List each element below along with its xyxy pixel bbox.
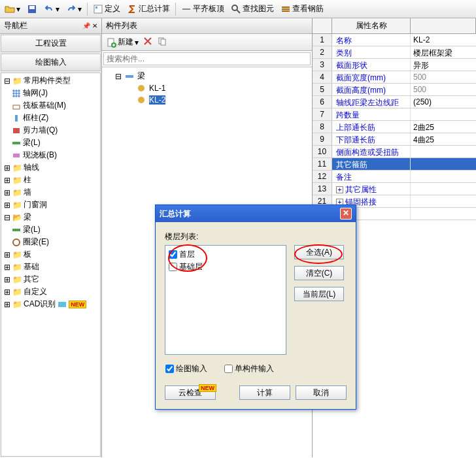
prop-row-val[interactable] — [411, 108, 476, 120]
align-board-button[interactable]: 平齐板顶 — [178, 2, 227, 16]
prop-row-val[interactable]: 500 — [411, 71, 476, 83]
prop-row-num: 7 — [313, 108, 332, 120]
comp-item-kl1[interactable]: KL-1 — [105, 82, 309, 94]
tree-node-axis[interactable]: 轴网(J) — [3, 87, 99, 99]
prop-row-val[interactable] — [411, 208, 476, 220]
floor-item-foundation[interactable]: 基础层 — [168, 261, 283, 273]
svg-rect-4 — [182, 8, 190, 10]
tree-node-other-grp[interactable]: ⊞📁其它 — [3, 273, 99, 286]
floor-first-checkbox[interactable] — [169, 250, 177, 259]
new-component-button[interactable]: 新建 ▾ — [106, 37, 139, 48]
search-input[interactable] — [103, 52, 311, 65]
tree-node-frame-col[interactable]: 框柱(Z) — [3, 112, 99, 124]
prop-row-val[interactable] — [411, 171, 476, 182]
prop-row[interactable]: 9下部通长筋4曲25 — [313, 133, 476, 146]
prop-row-num: 1 — [313, 34, 332, 46]
prop-row-num: 10 — [313, 146, 332, 157]
tree-node-opening-grp[interactable]: ⊞📁门窗洞 — [3, 199, 99, 211]
nav-section-draw[interactable]: 绘图输入 — [1, 54, 101, 71]
prop-row-val[interactable] — [411, 195, 476, 207]
new-badge: NEW — [199, 384, 216, 392]
tree-node-cad[interactable]: ⊞📁CAD识别 NEW — [3, 298, 99, 310]
svg-rect-6 — [13, 105, 20, 109]
tree-node-board-grp[interactable]: ⊞📁板 — [3, 248, 99, 261]
prop-row-val[interactable]: 500 — [411, 84, 476, 95]
select-all-button[interactable]: 全选(A) — [294, 245, 344, 259]
dialog-titlebar[interactable]: 汇总计算 ✕ — [156, 205, 356, 222]
grid-icon — [12, 89, 21, 98]
comp-tree-root[interactable]: ⊟梁 — [105, 70, 309, 82]
draw-input-option[interactable]: 绘图输入 — [165, 363, 208, 375]
single-input-checkbox[interactable] — [224, 365, 233, 373]
prop-row-val[interactable]: 4曲25 — [411, 133, 476, 145]
tree-node-beam-grp[interactable]: ⊟📂梁 — [3, 211, 99, 223]
redo-button[interactable]: ▾ — [63, 3, 84, 16]
tree-node-axis-grp[interactable]: ⊞📁轴线 — [3, 161, 99, 174]
comp-item-kl2[interactable]: KL-2 — [105, 94, 309, 106]
draw-input-checkbox[interactable] — [165, 365, 174, 373]
tree-node-raft[interactable]: 筏板基础(M) — [3, 99, 99, 112]
pin-icon[interactable]: 📌 ✕ — [82, 22, 97, 29]
prop-row-val[interactable]: KL-2 — [411, 34, 476, 46]
open-button[interactable]: ▾ — [2, 3, 23, 16]
view-rebar-button[interactable]: 查看钢筋 — [278, 2, 326, 16]
tree-node-common[interactable]: ⊟📁常用构件类型 — [3, 74, 99, 87]
tree-node-beam-l[interactable]: 梁(L) — [3, 223, 99, 236]
single-input-option[interactable]: 单构件输入 — [224, 363, 275, 375]
prop-row-val[interactable]: 异形 — [411, 59, 476, 71]
copy-button[interactable] — [157, 36, 167, 48]
prop-row[interactable]: 2类别楼层框架梁 — [313, 46, 476, 59]
svg-rect-1 — [29, 6, 35, 9]
tree-node-ring-beam[interactable]: 圈梁(E) — [3, 236, 99, 248]
floor-item-first[interactable]: 首层 — [168, 248, 283, 261]
tree-node-col-grp[interactable]: ⊞📁柱 — [3, 174, 99, 186]
floor-foundation-checkbox[interactable] — [169, 263, 177, 271]
prop-row[interactable]: 12备注 — [313, 171, 476, 183]
current-floor-button[interactable]: 当前层(L) — [294, 287, 344, 301]
prop-row[interactable]: 4截面宽度(mm)500 — [313, 71, 476, 84]
prop-row-val[interactable]: 2曲25 — [411, 121, 476, 133]
tree-node-wall-grp[interactable]: ⊞📁墙 — [3, 186, 99, 199]
search-icon — [231, 4, 241, 14]
folder-icon: 📁 — [12, 76, 22, 86]
tree-node-shearwall[interactable]: 剪力墙(Q) — [3, 124, 99, 137]
svg-rect-3 — [95, 7, 97, 8]
nav-section-project[interactable]: 工程设置 — [1, 35, 101, 52]
tree-node-slab[interactable]: 现浇板(B) — [3, 149, 99, 161]
clear-button[interactable]: 清空(C) — [294, 266, 344, 280]
tree-node-beam[interactable]: 梁(L) — [3, 137, 99, 149]
undo-button[interactable]: ▾ — [41, 3, 62, 16]
dialog-close-button[interactable]: ✕ — [340, 208, 352, 220]
folder-icon: 📁 — [12, 275, 22, 284]
define-button[interactable]: 定义 — [90, 2, 123, 16]
prop-row[interactable]: 3截面形状异形 — [313, 59, 476, 71]
prop-row-num: 6 — [313, 96, 332, 108]
cloud-check-button[interactable]: 云检查NEW — [165, 385, 216, 400]
prop-row[interactable]: 5截面高度(mm)500 — [313, 84, 476, 96]
nav-title-text: 导航栏 — [4, 20, 27, 31]
prop-row-val[interactable] — [411, 183, 476, 195]
prop-row-val[interactable] — [411, 158, 476, 170]
prop-row[interactable]: 10侧面构造或受扭筋 — [313, 146, 476, 158]
save-button[interactable] — [24, 3, 40, 16]
prop-row[interactable]: 11其它箍筋 — [313, 158, 476, 171]
prop-row-name: 轴线距梁左边线距 — [332, 96, 411, 108]
prop-row[interactable]: 13+其它属性 — [313, 183, 476, 195]
tree-node-custom-grp[interactable]: ⊞📁自定义 — [3, 286, 99, 298]
main-toolbar: ▾ ▾ ▾ 定义 汇总计算 平齐板顶 查找图元 查看钢筋 — [0, 0, 476, 18]
prop-row-val[interactable]: (250) — [411, 96, 476, 108]
cancel-button[interactable]: 取消 — [296, 385, 347, 400]
prop-row[interactable]: 6轴线距梁左边线距(250) — [313, 96, 476, 108]
sum-calc-button[interactable]: 汇总计算 — [124, 2, 173, 16]
sum-calc-dialog: 汇总计算 ✕ 楼层列表: 首层 基础层 全选(A) 清空(C) 当前层(L) 绘… — [155, 204, 356, 410]
dialog-title-text: 汇总计算 — [160, 208, 191, 220]
calc-button[interactable]: 计算 — [239, 385, 290, 400]
tree-node-foundation-grp[interactable]: ⊞📁基础 — [3, 261, 99, 273]
prop-row[interactable]: 7跨数量 — [313, 108, 476, 121]
prop-row-val[interactable] — [411, 146, 476, 157]
prop-row[interactable]: 1名称KL-2 — [313, 34, 476, 46]
prop-row[interactable]: 8上部通长筋2曲25 — [313, 121, 476, 133]
delete-button[interactable] — [143, 36, 153, 48]
prop-row-val[interactable]: 楼层框架梁 — [411, 46, 476, 58]
find-elem-button[interactable]: 查找图元 — [228, 2, 277, 16]
